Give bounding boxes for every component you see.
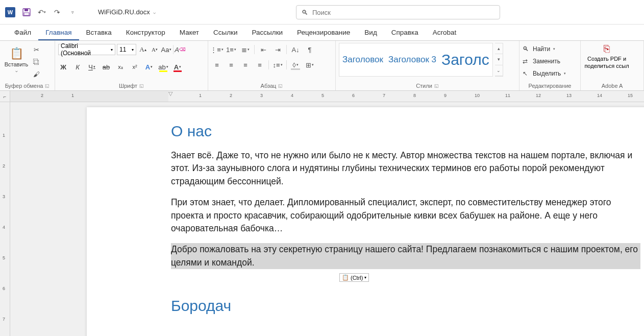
tab-help[interactable]: Справка: [384, 26, 426, 40]
group-adobe-label: Adobe A: [602, 83, 623, 89]
styles-scroll[interactable]: ▴ ▾ ⌄: [495, 43, 503, 77]
indent-marker-icon[interactable]: ▽: [168, 90, 172, 97]
ruler-tick: 14: [597, 93, 602, 98]
shading-icon[interactable]: ◊▾: [290, 60, 301, 70]
ruler-tick: 15: [628, 93, 633, 98]
heading-borodach: Бородач: [171, 297, 644, 315]
replace-icon: ⇄: [523, 58, 530, 65]
ruler-tick: 4: [3, 225, 5, 230]
group-editing-label: Редактирование: [529, 83, 572, 89]
select-button[interactable]: ↖Выделить▾: [523, 68, 566, 79]
tab-home[interactable]: Главная: [38, 26, 79, 40]
font-name-value: Calibri (Основной: [61, 42, 109, 57]
ruler-tick: 9: [444, 93, 447, 98]
styles-more-icon[interactable]: ⌄: [495, 65, 503, 76]
superscript-button[interactable]: x²: [130, 62, 140, 72]
ruler-tick: 3: [260, 93, 263, 98]
text-effects-button[interactable]: A▾: [144, 62, 154, 72]
vertical-ruler[interactable]: 1 2 3 4 5 6 7: [0, 102, 10, 336]
dialog-launcher-icon[interactable]: ◱: [278, 83, 283, 88]
document-filename[interactable]: WiFiGiD.RU.docx ⌵: [98, 8, 156, 16]
dialog-launcher-icon[interactable]: ◱: [45, 83, 49, 88]
ruler-tick: 2: [230, 93, 232, 98]
tab-file[interactable]: Файл: [7, 26, 38, 40]
group-editing: 🔍︎Найти▾ ⇄Заменить ↖Выделить▾ Редактиров…: [519, 41, 581, 90]
ruler-tick: 6: [3, 286, 5, 291]
paste-options-button[interactable]: 📋 (Ctrl) ▾: [339, 273, 369, 282]
dialog-launcher-icon[interactable]: ◱: [139, 83, 144, 88]
style-heading[interactable]: Заголовок: [342, 55, 383, 65]
document-page[interactable]: О нас Знает всё. Даже то, что не нужно и…: [87, 107, 644, 336]
change-case-icon[interactable]: Aa▾: [161, 44, 171, 55]
grow-font-icon[interactable]: A▴: [138, 44, 148, 55]
font-color-button[interactable]: A▾: [172, 62, 183, 72]
italic-button[interactable]: К: [72, 62, 83, 72]
borders-icon[interactable]: ⊞▾: [304, 60, 315, 70]
numbering-icon[interactable]: 1≡▾: [226, 44, 237, 55]
search-box[interactable]: 🔍︎: [296, 5, 500, 19]
ribbon: 📋 Вставить ⌵ ✂ ⿻ 🖌 Буфер обмена◱ Calibri…: [0, 41, 644, 91]
undo-icon[interactable]: ↶▾: [37, 7, 47, 17]
dialog-launcher-icon[interactable]: ◱: [434, 83, 439, 88]
group-font: Calibri (Основной▾ 11▾ A▴ A▾ Aa▾ A⌫ Ж К …: [55, 41, 208, 90]
ruler-tick: 3: [3, 194, 5, 199]
styles-gallery[interactable]: Заголовок Заголовок 3 Заголс: [339, 43, 493, 77]
save-icon[interactable]: [21, 7, 32, 17]
align-right-icon[interactable]: ≡: [240, 60, 251, 70]
align-left-icon[interactable]: ≡: [211, 60, 222, 70]
format-painter-icon[interactable]: 🖌: [32, 69, 41, 79]
underline-button[interactable]: Ч▾: [87, 62, 97, 72]
bullets-icon[interactable]: ⋮≡▾: [211, 44, 222, 55]
find-button[interactable]: 🔍︎Найти▾: [523, 44, 555, 54]
tab-layout[interactable]: Макет: [172, 26, 206, 40]
redo-icon[interactable]: ↷: [52, 7, 62, 17]
paste-button[interactable]: 📋 Вставить ⌵: [3, 43, 30, 77]
line-spacing-icon[interactable]: ↕≡▾: [272, 60, 283, 70]
tab-acrobat[interactable]: Acrobat: [426, 26, 464, 40]
font-size-combo[interactable]: 11▾: [117, 44, 136, 55]
highlight-button[interactable]: ab▾: [158, 62, 168, 72]
multilevel-icon[interactable]: ≣▾: [240, 44, 251, 55]
tab-mailings[interactable]: Рассылки: [245, 26, 290, 40]
tab-view[interactable]: Вид: [357, 26, 384, 40]
tab-review[interactable]: Рецензирование: [290, 26, 357, 40]
strike-button[interactable]: ab: [101, 62, 111, 72]
style-title[interactable]: Заголс: [441, 51, 489, 68]
group-styles: Заголовок Заголовок 3 Заголс ▴ ▾ ⌄ Стили…: [336, 41, 519, 90]
cursor-icon: ↖: [523, 70, 530, 77]
filename-text: WiFiGiD.RU.docx: [98, 8, 150, 16]
bold-button[interactable]: Ж: [58, 62, 68, 72]
shrink-font-icon[interactable]: A▾: [150, 44, 160, 55]
ruler-corner[interactable]: ⌐: [0, 91, 10, 102]
adobe-line2: поделиться ссыл: [584, 63, 629, 69]
pilcrow-icon[interactable]: ¶: [304, 44, 315, 55]
paste-label: Вставить: [5, 61, 29, 67]
replace-button[interactable]: ⇄Заменить: [523, 56, 560, 66]
group-styles-label: Стили: [416, 83, 432, 89]
tab-insert[interactable]: Вставка: [79, 26, 119, 40]
indent-left-icon[interactable]: ⇤: [258, 44, 269, 55]
chevron-up-icon[interactable]: ▴: [495, 43, 503, 54]
page-viewport[interactable]: О нас Знает всё. Даже то, что не нужно и…: [10, 102, 644, 336]
subscript-button[interactable]: x₂: [115, 62, 126, 72]
justify-icon[interactable]: ≡: [254, 60, 265, 70]
font-name-combo[interactable]: Calibri (Основной▾: [58, 44, 115, 55]
tab-references[interactable]: Ссылки: [206, 26, 245, 40]
chevron-down-icon[interactable]: ▾: [495, 54, 503, 65]
quick-access-toolbar: ↶▾ ↷ ▿: [21, 7, 78, 17]
horizontal-ruler[interactable]: ⌐ ▽ 2 1 1 2 3 4 5 6 7 8 9 10 11 12 13 14…: [0, 91, 644, 102]
align-center-icon[interactable]: ≡: [226, 60, 237, 70]
qat-dropdown-icon[interactable]: ▿: [67, 7, 78, 17]
indent-right-icon[interactable]: ⇥: [272, 44, 283, 55]
ruler-tick: 7: [383, 93, 385, 98]
copy-icon[interactable]: ⿻: [32, 57, 41, 66]
create-pdf-button[interactable]: ⎘ Создать PDF и поделиться ссыл: [584, 43, 630, 69]
ruler-tick: 7: [3, 317, 5, 322]
search-input[interactable]: [312, 9, 494, 16]
style-heading3[interactable]: Заголовок 3: [388, 55, 436, 65]
clear-format-icon[interactable]: A⌫: [175, 44, 185, 55]
cut-icon[interactable]: ✂: [32, 45, 41, 54]
sort-icon[interactable]: A↓: [290, 44, 301, 55]
tab-design[interactable]: Конструктор: [119, 26, 172, 40]
paste-hint-text: (Ctrl): [351, 275, 363, 281]
